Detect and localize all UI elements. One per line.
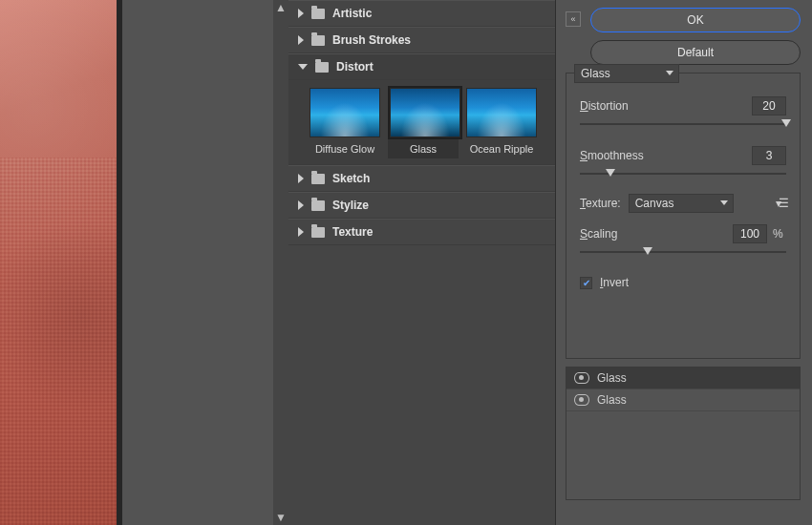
select-value: Glass (581, 67, 610, 80)
smoothness-slider[interactable] (580, 167, 786, 180)
param-smoothness: Smoothness (566, 142, 800, 192)
distortion-input[interactable] (752, 96, 786, 116)
texture-flyout-icon[interactable]: ▾☰ (776, 197, 786, 210)
button-label: OK (687, 13, 703, 27)
chevron-down-icon (298, 64, 308, 70)
param-scaling: Scaling % (566, 220, 800, 270)
distortion-slider[interactable] (580, 117, 786, 131)
filter-thumb-diffuse-glow[interactable]: Diffuse Glow (310, 88, 380, 155)
category-texture[interactable]: Texture (288, 219, 555, 245)
category-label: Sketch (332, 172, 370, 185)
folder-icon (311, 9, 325, 19)
scaling-input[interactable] (733, 224, 767, 243)
ok-button[interactable]: OK (590, 8, 801, 32)
category-distort[interactable]: Distort (288, 53, 555, 80)
chevron-right-icon (298, 227, 304, 237)
invert-checkbox[interactable] (580, 277, 592, 289)
scroll-up-icon[interactable]: ▲ (273, 0, 288, 15)
layer-row[interactable]: Glass (566, 389, 800, 411)
chevron-right-icon (298, 200, 304, 210)
category-stylize[interactable]: Stylize (288, 192, 555, 219)
param-texture: Texture: Canvas ▾☰ (566, 192, 800, 215)
scroll-down-icon[interactable]: ▼ (273, 510, 288, 525)
scaling-slider[interactable] (580, 245, 786, 259)
thumb-image (310, 88, 380, 137)
filter-select[interactable]: Glass (574, 64, 679, 83)
layer-row[interactable]: Glass (566, 368, 800, 389)
category-label: Artistic (332, 7, 372, 20)
category-label: Brush Strokes (332, 33, 411, 47)
slider-thumb-icon[interactable] (781, 119, 791, 127)
param-distortion: Distortion (566, 93, 800, 142)
gallery-scroll-area: ▲ ▼ (122, 0, 288, 525)
unit-label: % (773, 227, 786, 241)
chevron-right-icon (298, 9, 304, 18)
scrollbar-vertical[interactable]: ▲ ▼ (273, 0, 288, 525)
folder-icon (311, 174, 325, 184)
chevron-down-icon (666, 71, 673, 75)
collapse-panel-icon[interactable]: « (566, 11, 581, 27)
thumb-image (390, 88, 460, 137)
filter-thumb-glass[interactable]: Glass (388, 86, 459, 158)
thumb-label: Ocean Ripple (466, 143, 537, 155)
param-invert[interactable]: Invert (566, 274, 800, 291)
param-label: Distortion (580, 99, 629, 113)
filter-gallery: Artistic Brush Strokes Distort Diffuse G… (288, 0, 556, 525)
folder-icon (311, 35, 325, 46)
folder-icon (315, 62, 329, 73)
thumb-label: Glass (390, 143, 457, 155)
texture-select[interactable]: Canvas (629, 194, 734, 213)
effect-layers-panel: Glass Glass (566, 367, 801, 500)
folder-icon (311, 227, 325, 238)
filter-params-panel: Glass Distortion Smoothness (566, 73, 801, 359)
folder-icon (311, 200, 325, 211)
preview-image (0, 0, 117, 525)
layer-name: Glass (597, 371, 627, 385)
param-label: Scaling (580, 227, 617, 241)
chevron-down-icon (720, 200, 728, 205)
category-brush-strokes[interactable]: Brush Strokes (288, 27, 555, 53)
category-artistic[interactable]: Artistic (288, 0, 555, 27)
select-value: Canvas (635, 197, 674, 210)
default-button[interactable]: Default (590, 40, 801, 65)
chevron-right-icon (298, 35, 304, 45)
visibility-eye-icon[interactable] (574, 372, 589, 384)
param-label: Smoothness (580, 149, 644, 162)
thumb-label: Diffuse Glow (310, 143, 380, 155)
thumb-image (466, 88, 537, 137)
preview-column (0, 0, 122, 525)
distort-thumbnails: Diffuse Glow Glass Ocean Ripple (288, 80, 555, 165)
button-label: Default (677, 46, 714, 59)
category-label: Distort (336, 60, 374, 74)
settings-column: « OK Default Glass Distortion (556, 0, 812, 525)
smoothness-input[interactable] (752, 146, 786, 165)
category-sketch[interactable]: Sketch (288, 165, 555, 192)
category-label: Texture (332, 225, 373, 239)
category-label: Stylize (332, 199, 369, 212)
chevron-right-icon (298, 174, 304, 183)
param-label: Invert (600, 276, 629, 289)
visibility-eye-icon[interactable] (574, 394, 589, 406)
slider-thumb-icon[interactable] (643, 247, 652, 255)
layer-name: Glass (597, 393, 627, 407)
param-label: Texture: (580, 197, 621, 210)
filter-thumb-ocean-ripple[interactable]: Ocean Ripple (466, 88, 537, 155)
slider-thumb-icon[interactable] (606, 169, 615, 177)
